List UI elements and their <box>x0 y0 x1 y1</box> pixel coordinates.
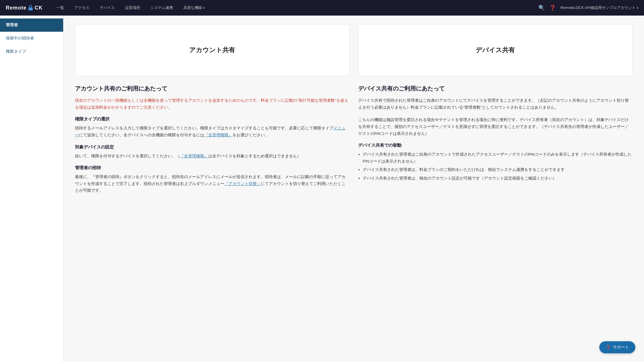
sidebar: 管理者 保留中の招待者 権限タイプ <box>0 16 63 362</box>
subsection-title-2: 対象デバイスの設定 <box>75 144 350 150</box>
device-sharing-intro2: こちらの機能は施設管理を委託される場合やテナントを管理される場合に特に便利です。… <box>358 116 633 137</box>
support-label: サポート <box>613 345 629 350</box>
device-sharing-col: デバイス共有のご利用にあたって デバイス共有で招待された管理者はご自身のアカウン… <box>358 85 633 200</box>
nav-item-system[interactable]: システム連携 <box>145 0 178 16</box>
nav-item-advanced[interactable]: 高度な機能 ▾ <box>178 0 210 16</box>
nav-items: 一覧 アクセス デバイス 設置場所 システム連携 高度な機能 ▾ <box>51 0 538 16</box>
account-chevron-icon: ▾ <box>637 6 638 10</box>
page-layout: 管理者 保留中の招待者 権限タイプ アカウント共有 デバイス共有 アカウント共有… <box>0 16 644 362</box>
nav-item-access[interactable]: アクセス <box>69 0 95 16</box>
account-sharing-section-title: アカウント共有のご利用にあたって <box>75 85 350 93</box>
logo-text2: CK <box>35 5 43 11</box>
support-icon: ❓ <box>606 345 611 350</box>
full-admin-link-1[interactable]: 『全管理権限』 <box>204 133 232 137</box>
search-icon[interactable]: 🔍 <box>538 5 545 11</box>
sidebar-item-pending[interactable]: 保留中の招待者 <box>0 32 63 45</box>
cards-row: アカウント共有 デバイス共有 <box>75 24 632 76</box>
device-sharing-card-title: デバイス共有 <box>476 46 515 54</box>
logo-text: Remote <box>6 5 27 11</box>
subsection-title-3: 管理者の招待 <box>75 165 350 171</box>
chevron-down-icon: ▾ <box>203 6 205 10</box>
bullet-item-3: デバイス共有された管理者は、独自のアカウント設定が可能です（アカウント設定画面を… <box>363 175 633 182</box>
sidebar-item-admin[interactable]: 管理者 <box>0 18 63 32</box>
main-content: アカウント共有 デバイス共有 アカウント共有のご利用にあたって 現在のアカウント… <box>63 16 644 362</box>
nav-account[interactable]: RemoteLOCK API確認用サンプルアカウント ▾ <box>560 5 638 10</box>
device-sharing-intro: デバイス共有で招待された管理者はご自身のアカウントにてデバイスを管理することがで… <box>358 97 633 111</box>
nav-item-location[interactable]: 設置場所 <box>120 0 145 16</box>
subsection-body-1: 招待するメールアドレスを入力して権限タイプを選択してください。権限タイプはカスタ… <box>75 125 350 138</box>
full-admin-link-2[interactable]: 『全管理権限』 <box>180 154 208 158</box>
logo[interactable]: Remote CK <box>6 4 43 11</box>
device-sharing-subsection-title: デバイス共有での挙動 <box>358 143 633 148</box>
bullet-item-1: デバイス共有された管理者はご自身のアカウントで作成されたアクセスユーザー／ゲスト… <box>363 151 633 165</box>
account-sharing-intro: 現在のアカウントの一部機能もしくは全機能を使って管理するアカウントを追加するため… <box>75 97 350 111</box>
subsection-title-1: 権限タイプの選択 <box>75 116 350 122</box>
device-sharing-card: デバイス共有 <box>358 24 633 76</box>
nav-item-list[interactable]: 一覧 <box>51 0 69 16</box>
subsection-body-3: 最後に、『管理者の招待』ボタンをクリックすると、招待先のメールアドレスにメールが… <box>75 174 350 194</box>
device-sharing-bullets: デバイス共有された管理者はご自身のアカウントで作成されたアクセスユーザー／ゲスト… <box>363 151 633 182</box>
account-sharing-card: アカウント共有 <box>75 24 350 76</box>
account-sharing-col: アカウント共有のご利用にあたって 現在のアカウントの一部機能もしくは全機能を使っ… <box>75 85 350 200</box>
account-sharing-card-title: アカウント共有 <box>189 46 235 54</box>
support-button[interactable]: ❓ サポート <box>599 341 635 353</box>
account-sharing-intro-text: 現在のアカウントの一部機能もしくは全機能を使って管理するアカウントを追加するため… <box>75 98 348 110</box>
account-switch-link[interactable]: 『アカウント切替』 <box>224 182 261 186</box>
device-sharing-section-title: デバイス共有のご利用にあたって <box>358 85 633 93</box>
account-label: RemoteLOCK API確認用サンプルアカウント <box>560 5 636 10</box>
svg-rect-0 <box>29 7 33 10</box>
lock-icon <box>27 4 34 11</box>
subsection-body-2: 続いて、権限を付与するデバイスを選択してください。（『全管理権限』は全デバイスを… <box>75 153 350 160</box>
navbar: Remote CK 一覧 アクセス デバイス 設置場所 システム連携 高度な機能… <box>0 0 644 16</box>
help-icon[interactable]: ❓ <box>549 5 556 11</box>
nav-item-advanced-label: 高度な機能 <box>183 5 202 10</box>
content-row: アカウント共有のご利用にあたって 現在のアカウントの一部機能もしくは全機能を使っ… <box>75 85 632 200</box>
sidebar-item-permissions[interactable]: 権限タイプ <box>0 45 63 58</box>
nav-right: 🔍 ❓ RemoteLOCK API確認用サンプルアカウント ▾ <box>538 5 638 11</box>
nav-item-devices[interactable]: デバイス <box>95 0 120 16</box>
bullet-item-2: デバイス共有された管理者は、料金プランのご契約をいただければ、独自でシステム連携… <box>363 166 633 173</box>
